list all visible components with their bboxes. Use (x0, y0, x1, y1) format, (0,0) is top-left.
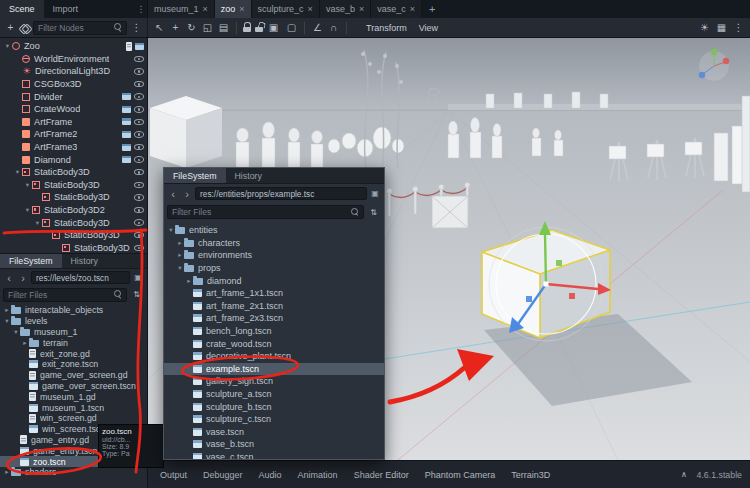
tab-scene[interactable]: Scene (0, 0, 44, 18)
scene-tab-museum_1[interactable]: museum_1× (148, 0, 215, 18)
scene-tree-item[interactable]: ☀DirectionalLight3D (0, 65, 147, 78)
expand-arrow-icon[interactable]: ▾ (33, 219, 42, 227)
close-icon[interactable]: × (308, 4, 313, 14)
expand-arrow-icon[interactable]: ▸ (176, 239, 184, 247)
move-tool-icon[interactable]: + (168, 20, 183, 35)
current-path-input[interactable] (200, 189, 362, 199)
visibility-eye-icon[interactable] (134, 156, 144, 163)
current-path-input[interactable] (36, 273, 125, 283)
visibility-eye-icon[interactable] (134, 144, 144, 151)
expand-bottom-panel-icon[interactable]: ∧ (677, 467, 692, 482)
expand-arrow-icon[interactable]: ▸ (21, 339, 29, 347)
instanced-scene-icon[interactable] (122, 93, 131, 100)
visibility-eye-icon[interactable] (134, 169, 144, 176)
close-icon[interactable]: × (410, 4, 415, 14)
list-select-icon[interactable]: ▤ (216, 20, 231, 35)
scene-tree-item[interactable]: StaticBody3D (0, 191, 147, 204)
visibility-eye-icon[interactable] (134, 81, 144, 88)
forward-icon[interactable]: › (17, 271, 29, 284)
fs-float-item[interactable]: ▸environments (164, 249, 384, 262)
ungroup-icon[interactable]: ▢ (284, 20, 299, 35)
scene-more-icon[interactable]: ⋮ (129, 20, 144, 35)
fs-dock-item[interactable]: museum_1.tscn (0, 402, 147, 413)
expand-arrow-icon[interactable]: ▾ (167, 226, 175, 234)
more-icon[interactable]: ⋮ (731, 20, 746, 35)
bottom-tab-animation[interactable]: Animation (290, 470, 346, 480)
fs-float-item[interactable]: crate_wood.tscn (164, 337, 384, 350)
scene-tree-item[interactable]: WorldEnvironment (0, 53, 147, 66)
scene-tree-item[interactable]: StaticBody3D (0, 242, 147, 254)
fs-dock-tab-history[interactable]: History (62, 254, 107, 268)
fs-float-tab-history[interactable]: History (226, 168, 271, 183)
fs-float-item[interactable]: gallery_sign.tscn (164, 375, 384, 388)
visibility-eye-icon[interactable] (134, 207, 144, 214)
scene-tree-item[interactable]: StaticBody3D (0, 229, 147, 242)
expand-arrow-icon[interactable]: ▸ (3, 468, 11, 476)
scene-tree-item[interactable]: Diamond (0, 153, 147, 166)
fs-float-item[interactable]: vase.tscn (164, 426, 384, 439)
visibility-eye-icon[interactable] (134, 232, 144, 239)
dock-menu-icon[interactable]: ⋮ (135, 0, 147, 18)
filter-nodes-input[interactable] (38, 23, 111, 33)
scene-tree-item[interactable]: ▾StaticBody3D (0, 216, 147, 229)
instance-scene-icon[interactable] (20, 24, 31, 32)
fs-float-tab-filesystem[interactable]: FileSystem (164, 168, 226, 183)
visibility-eye-icon[interactable] (134, 119, 144, 126)
sort-icon[interactable]: ⇅ (366, 205, 381, 220)
filesystem-floating-panel[interactable]: FileSystemHistory ‹ › ▣ ⇅ ▾entities▸char… (163, 167, 385, 460)
instanced-scene-icon[interactable] (122, 106, 131, 113)
filter-files-input[interactable] (172, 207, 348, 217)
close-icon[interactable]: × (359, 4, 364, 14)
expand-arrow-icon[interactable]: ▾ (13, 168, 22, 176)
filter-files-input[interactable] (8, 290, 111, 300)
snap-icon[interactable]: ∩ (326, 20, 341, 35)
expand-arrow-icon[interactable]: ▸ (185, 277, 193, 285)
scene-tree-item[interactable]: ▾StaticBody3D (0, 166, 147, 179)
fs-dock-item[interactable]: ▾museum_1 (0, 327, 147, 338)
fs-dock-item[interactable]: ▸terrain (0, 337, 147, 348)
instanced-scene-icon[interactable] (122, 156, 131, 163)
fs-float-item[interactable]: art_frame_1x1.tscn (164, 287, 384, 300)
fs-dock-tab-filesystem[interactable]: FileSystem (0, 254, 62, 268)
bottom-tab-debugger[interactable]: Debugger (195, 470, 251, 480)
scene-tab-vase_c[interactable]: vase_c× (371, 0, 422, 18)
sort-icon[interactable]: ⇅ (129, 287, 144, 302)
fs-dock-item[interactable]: win_screen.gd (0, 413, 147, 424)
unlock-icon[interactable] (254, 22, 263, 33)
scene-tree-item[interactable]: ▾Zoo (0, 40, 147, 53)
ruler-icon[interactable]: ∠ (310, 20, 325, 35)
scene-tree-item[interactable]: Divider (0, 90, 147, 103)
fs-float-item[interactable]: art_frame_2x1.tscn (164, 300, 384, 313)
fs-dock-item[interactable]: game_over_screen.gd (0, 370, 147, 381)
expand-arrow-icon[interactable]: ▾ (12, 328, 20, 336)
fs-float-item[interactable]: sculpture_b.tscn (164, 400, 384, 413)
instanced-scene-icon[interactable] (135, 43, 144, 50)
lock-icon[interactable] (242, 22, 251, 33)
fs-float-item[interactable]: vase_b.tscn (164, 438, 384, 451)
add-node-icon[interactable]: + (3, 20, 18, 35)
fs-float-item[interactable]: decorative_plant.tscn (164, 350, 384, 363)
visibility-eye-icon[interactable] (134, 219, 144, 226)
fs-float-item[interactable]: ▸characters (164, 237, 384, 250)
expand-arrow-icon[interactable]: ▾ (3, 317, 11, 325)
scene-tree-item[interactable]: CSGBox3D (0, 78, 147, 91)
fs-float-item[interactable]: sculpture_c.tscn (164, 413, 384, 426)
visibility-eye-icon[interactable] (134, 194, 144, 201)
fs-dock-item[interactable]: ▾levels (0, 316, 147, 327)
fs-float-item[interactable]: example.tscn (164, 363, 384, 376)
close-icon[interactable]: × (203, 4, 208, 14)
bottom-tab-audio[interactable]: Audio (251, 470, 290, 480)
visibility-eye-icon[interactable] (134, 131, 144, 138)
visibility-eye-icon[interactable] (134, 68, 144, 75)
script-icon[interactable] (126, 42, 133, 51)
menu-transform[interactable]: Transform (360, 23, 413, 33)
expand-arrow-icon[interactable]: ▾ (23, 206, 32, 214)
visibility-eye-icon[interactable] (134, 245, 144, 252)
expand-arrow-icon[interactable]: ▸ (176, 251, 184, 259)
scene-tab-zoo[interactable]: zoo× (215, 0, 252, 18)
expand-arrow-icon[interactable]: ▾ (3, 42, 12, 50)
scene-tree-item[interactable]: ▾StaticBody3D (0, 179, 147, 192)
fs-dock-item[interactable]: ▸interactable_objects (0, 305, 147, 316)
instanced-scene-icon[interactable] (122, 144, 131, 151)
scene-tree-item[interactable]: ArtFrame (0, 116, 147, 129)
